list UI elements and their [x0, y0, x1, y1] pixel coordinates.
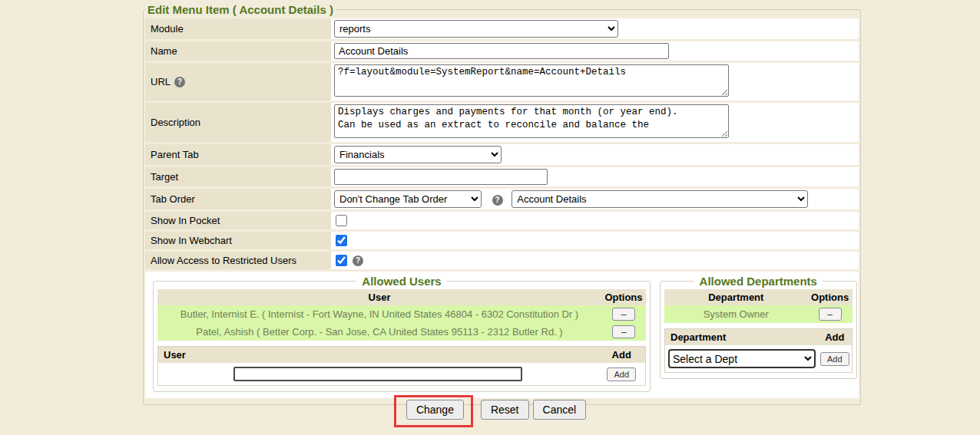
row-permission-sets: Allowed Users User Options Butler, Inter… [145, 272, 859, 398]
allowed-user-name: Patel, Ashish ( Better Corp. - San Jose,… [157, 323, 601, 341]
allowed-users-options-header: Options [601, 289, 646, 305]
row-show-in-webchart: Show In Webchart [145, 232, 859, 249]
department-select[interactable]: Select a Dept [668, 349, 816, 368]
allowed-department-row: System Owner – [664, 305, 853, 323]
row-module: Module reports [145, 18, 859, 39]
allowed-departments-options-header: Options [808, 289, 853, 305]
show-in-webchart-label: Show In Webchart [145, 232, 331, 249]
allow-restricted-label: Allow Access to Restricted Users [145, 252, 331, 269]
allowed-users-legend: Allowed Users [356, 275, 446, 288]
allowed-users-user-header: User [157, 289, 601, 305]
row-target: Target [145, 167, 859, 186]
add-user-header-row: User Add [158, 347, 646, 364]
row-url: URL? ?f=layout&module=SystemReport&name=… [145, 63, 859, 101]
tab-order-help-icon[interactable]: ? [492, 195, 503, 206]
description-label: Description [145, 103, 331, 142]
add-department-input-row: Select a Dept Add [665, 345, 853, 373]
remove-department-button[interactable]: – [819, 308, 842, 321]
show-in-pocket-checkbox[interactable] [336, 215, 347, 226]
reset-button[interactable]: Reset [481, 400, 529, 420]
form-table: Module reports Name URL? ?f=layout&m [145, 16, 859, 400]
allowed-user-row: Patel, Ashish ( Better Corp. - San Jose,… [157, 323, 646, 341]
target-input[interactable] [334, 169, 548, 185]
row-parent-tab: Parent Tab Financials [145, 144, 859, 165]
add-department-header-row: Department Add [665, 329, 853, 346]
allowed-users-fieldset: Allowed Users User Options Butler, Inter… [153, 275, 651, 392]
add-user-input-row: Add [158, 363, 646, 386]
row-description: Description Displays charges and payment… [145, 103, 859, 142]
url-label: URL [151, 76, 171, 87]
allowed-departments-table: Department Options System Owner – [664, 289, 853, 323]
allow-restricted-checkbox[interactable] [336, 255, 347, 266]
form-title: Edit Menu Item ( Account Details ) [145, 3, 336, 16]
allowed-departments-legend: Allowed Departments [694, 275, 823, 288]
row-allow-restricted: Allow Access to Restricted Users ? [145, 252, 859, 269]
row-show-in-pocket: Show In Pocket [145, 212, 859, 229]
parent-tab-select[interactable]: Financials [334, 146, 502, 163]
allowed-department-name: System Owner [664, 305, 808, 323]
tab-order-label: Tab Order [145, 189, 331, 209]
parent-tab-label: Parent Tab [145, 144, 331, 165]
change-button[interactable]: Change [406, 400, 464, 420]
add-department-add-header: Add [818, 329, 852, 346]
allowed-departments-dept-header: Department [664, 289, 808, 305]
form-actions: Change Reset Cancel [0, 395, 980, 427]
module-label: Module [145, 18, 331, 39]
edit-menu-item-fieldset: Edit Menu Item ( Account Details ) Modul… [143, 3, 861, 405]
description-textarea[interactable]: Displays charges and payments for that m… [334, 104, 729, 138]
allowed-departments-header-row: Department Options [664, 289, 853, 305]
module-select[interactable]: reports [334, 20, 618, 38]
add-department-button[interactable]: Add [820, 352, 849, 366]
remove-user-button[interactable]: – [612, 308, 635, 321]
cancel-button[interactable]: Cancel [533, 400, 587, 420]
change-button-highlight-annotation: Change [394, 395, 473, 427]
add-user-add-header: Add [598, 347, 646, 364]
show-in-webchart-checkbox[interactable] [336, 235, 347, 246]
allowed-departments-fieldset: Allowed Departments Department Options S… [660, 275, 857, 379]
name-label: Name [145, 41, 331, 61]
add-department-table: Department Add Select a Dept [664, 328, 853, 373]
show-in-pocket-label: Show In Pocket [145, 212, 331, 229]
row-tab-order: Tab Order Don't Change Tab Order ? Accou… [145, 189, 859, 209]
add-user-user-header: User [158, 347, 598, 364]
target-label: Target [145, 167, 331, 186]
allowed-users-header-row: User Options [157, 289, 646, 305]
allow-restricted-help-icon[interactable]: ? [353, 255, 363, 266]
tab-order-select[interactable]: Don't Change Tab Order [334, 190, 482, 208]
add-user-input[interactable] [233, 367, 522, 381]
url-textarea[interactable]: ?f=layout&module=SystemReport&name=Accou… [334, 64, 729, 97]
edit-menu-item-form: Edit Menu Item ( Account Details ) Modul… [143, 3, 858, 405]
add-user-table: User Add Add [157, 346, 646, 386]
name-input[interactable] [334, 43, 669, 59]
add-department-dept-header: Department [665, 329, 819, 346]
allowed-user-name: Butler, Internist E. ( Internist - Fort … [157, 305, 601, 323]
remove-user-button[interactable]: – [612, 325, 635, 338]
url-help-icon[interactable]: ? [174, 77, 185, 87]
add-user-button[interactable]: Add [607, 367, 636, 381]
allowed-users-table: User Options Butler, Internist E. ( Inte… [157, 289, 646, 341]
row-name: Name [145, 41, 859, 61]
tab-order-item-select[interactable]: Account Details [512, 190, 808, 208]
allowed-user-row: Butler, Internist E. ( Internist - Fort … [157, 305, 646, 323]
